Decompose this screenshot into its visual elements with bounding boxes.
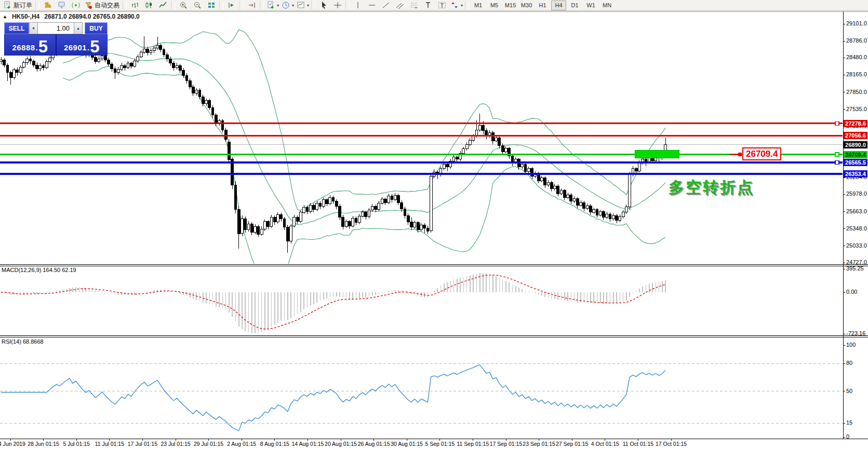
gold-icon: [43, 1, 52, 9]
buy-button[interactable]: BUY: [85, 22, 108, 34]
volume-up-button[interactable]: ▲: [74, 22, 83, 34]
periods-button[interactable]: ▾: [280, 1, 295, 10]
one-click-trading-panel: SELL ▼ ▲ BUY 26888 . 5 26901 . 5: [4, 22, 108, 56]
auto-scroll-icon: [227, 1, 236, 9]
sell-price-base: 26888: [12, 43, 35, 53]
vertical-line-button[interactable]: [351, 1, 365, 10]
timeframe-button-w1[interactable]: W1: [583, 1, 598, 10]
monitor-icon: [57, 1, 66, 9]
indicators-icon: [266, 1, 275, 9]
trend-line-button[interactable]: [379, 1, 393, 10]
trend-line-icon: [381, 1, 391, 9]
templates-button[interactable]: ▾: [295, 1, 310, 10]
bar-chart-icon: [130, 1, 140, 9]
volume-down-button[interactable]: ▼: [29, 22, 38, 34]
chart-shift-icon: [247, 1, 257, 9]
line-chart-icon: [158, 1, 168, 9]
toolbar-separator: [171, 1, 175, 9]
buy-price-base: 26901: [64, 43, 87, 53]
buy-price-dot: .: [87, 43, 89, 53]
signal-icon: [71, 1, 81, 9]
chevron-down-icon[interactable]: ▾: [307, 3, 309, 8]
timeframe-button-d1[interactable]: D1: [567, 1, 582, 10]
ohlc-values-label: 26871.0 26894.0 26765.0 26890.0: [44, 13, 140, 20]
horizontal-line-icon: [367, 1, 377, 9]
collapse-panel-icon[interactable]: ▲: [3, 14, 7, 19]
crosshair-button[interactable]: [330, 1, 344, 10]
fibonacci-button[interactable]: [407, 1, 421, 10]
toolbar-separator: [260, 1, 264, 9]
chart-shift-button[interactable]: [245, 1, 259, 10]
fibonacci-icon: [409, 1, 419, 9]
cursor-button[interactable]: [316, 1, 330, 10]
toolbar-separator: [345, 1, 350, 9]
clock-icon: [281, 1, 290, 9]
template-icon: [296, 1, 305, 9]
line-chart-button[interactable]: [156, 1, 170, 10]
text-label-button[interactable]: [435, 1, 449, 10]
symbol-period-label: HK50-,H4: [12, 13, 39, 20]
autotrade-button-label: 自动交易: [94, 1, 121, 10]
channel-icon: [395, 1, 405, 9]
zoom-in-button[interactable]: [176, 1, 190, 10]
sell-price-fraction: 5: [38, 40, 48, 53]
market-watch-button[interactable]: [41, 1, 55, 10]
zoom-in-icon: [179, 1, 188, 9]
cursor-icon: [319, 1, 328, 9]
chart-canvas[interactable]: [0, 0, 868, 449]
auto-scroll-button[interactable]: [224, 1, 238, 10]
volume-input[interactable]: [38, 22, 74, 34]
toolbar-separator: [219, 1, 223, 9]
buy-price-display[interactable]: 26901 . 5: [57, 35, 108, 55]
timeframe-button-m1[interactable]: M1: [471, 1, 486, 10]
chevron-down-icon[interactable]: ▾: [292, 3, 294, 8]
indicators-button[interactable]: ▾: [265, 1, 280, 10]
sell-button[interactable]: SELL: [4, 22, 29, 34]
tile-windows-icon: [207, 1, 216, 9]
main-toolbar: 新订单自动交易▾▾▾▾M1M5M15M30H1H4D1W1MN: [0, 0, 868, 11]
toolbar-separator: [239, 1, 244, 9]
candle-chart-icon: [144, 1, 154, 9]
sell-price-dot: .: [36, 43, 38, 53]
chevron-down-icon[interactable]: ▾: [277, 3, 279, 8]
new-order-button-label: 新订单: [13, 1, 33, 10]
toolbar-separator: [465, 1, 469, 9]
arrows-icon: [450, 1, 459, 9]
zoom-out-button[interactable]: [190, 1, 204, 10]
chevron-down-icon[interactable]: ▾: [461, 3, 463, 8]
data-window-button[interactable]: [55, 1, 69, 10]
toolbar-separator: [311, 1, 315, 9]
vertical-line-icon: [353, 1, 363, 9]
new-order-icon: [3, 1, 12, 9]
volume-stepper: ▼ ▲: [29, 22, 85, 34]
text-label-icon: [437, 1, 447, 9]
toolbar-separator: [35, 1, 39, 9]
text-icon: [423, 1, 433, 9]
sell-price-display[interactable]: 26888 . 5: [5, 35, 56, 55]
trading-terminal-window: 新订单自动交易▾▾▾▾M1M5M15M30H1H4D1W1MN ▲ HK50-,…: [0, 0, 868, 449]
text-button[interactable]: [421, 1, 435, 10]
tile-windows-button[interactable]: [204, 1, 218, 10]
signals-button[interactable]: [69, 1, 83, 10]
buy-price-fraction: 5: [90, 40, 99, 53]
channel-button[interactable]: [393, 1, 407, 10]
bar-chart-button[interactable]: [128, 1, 142, 10]
timeframe-button-h4[interactable]: H4: [551, 1, 566, 10]
crosshair-icon: [333, 1, 342, 9]
timeframe-button-mn[interactable]: MN: [599, 1, 615, 10]
price-level-callout[interactable]: 26709.4: [742, 147, 781, 160]
arrows-button[interactable]: ▾: [449, 1, 464, 10]
timeframe-button-m5[interactable]: M5: [487, 1, 502, 10]
chart-header: ▲ HK50-,H4 26871.0 26894.0 26765.0 26890…: [3, 13, 140, 20]
autotrade-icon: [84, 1, 93, 9]
zoom-out-icon: [193, 1, 202, 9]
turning-point-annotation: 多空转折点: [669, 177, 754, 198]
autotrade-button[interactable]: 自动交易: [83, 1, 122, 10]
candle-chart-button[interactable]: [142, 1, 156, 10]
timeframe-button-m30[interactable]: M30: [519, 1, 534, 10]
new-order-button[interactable]: 新订单: [2, 1, 34, 10]
timeframe-button-h1[interactable]: H1: [535, 1, 550, 10]
timeframe-button-m15[interactable]: M15: [503, 1, 518, 10]
toolbar-separator: [123, 1, 127, 9]
horizontal-line-button[interactable]: [365, 1, 379, 10]
